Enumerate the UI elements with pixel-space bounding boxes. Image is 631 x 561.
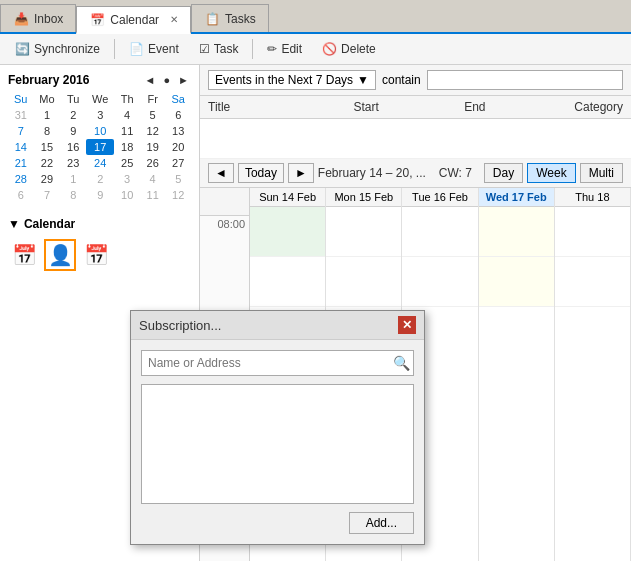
edit-button[interactable]: ✏ Edit [258,38,311,60]
day-header-thu: Thu 18 [555,188,630,207]
mini-cal-day[interactable]: 27 [165,155,191,171]
mini-cal-day[interactable]: 21 [8,155,34,171]
mini-cal-day[interactable]: 10 [86,123,114,139]
mini-cal-day[interactable]: 19 [140,139,166,155]
mini-cal-day[interactable]: 4 [140,171,166,187]
tab-calendar-label: Calendar [110,13,159,27]
filter-bar: Events in the Next 7 Days ▼ contain [200,65,631,96]
mini-cal-day[interactable]: 11 [114,123,140,139]
filter-dropdown-arrow: ▼ [357,73,369,87]
calendar-section-header[interactable]: ▼ Calendar [8,215,191,233]
tab-calendar-close[interactable]: ✕ [170,14,178,25]
mini-cal-day[interactable]: 9 [60,123,86,139]
view-multi-btn[interactable]: Multi [580,163,623,183]
dialog-result-area [141,384,414,504]
mini-cal-day[interactable]: 10 [114,187,140,203]
mini-cal-day[interactable]: 15 [34,139,61,155]
day-cell-thu-0800[interactable] [555,207,630,257]
mini-cal-day[interactable]: 7 [34,187,61,203]
day-cell-tue-1[interactable] [402,257,477,307]
mini-cal-next[interactable]: ► [176,74,191,86]
subscription-dialog[interactable]: Subscription... ✕ 🔍 Add... [130,310,425,545]
mini-cal-day[interactable]: 3 [114,171,140,187]
calendar-section: ▼ Calendar 📅 👤 📅 [8,215,191,271]
mini-cal-day[interactable]: 4 [114,107,140,123]
mini-cal-day[interactable]: 23 [60,155,86,171]
mini-cal-day[interactable]: 31 [8,107,34,123]
sync-button[interactable]: 🔄 Synchronize [6,38,109,60]
dialog-search-input[interactable] [142,352,389,374]
filter-dropdown[interactable]: Events in the Next 7 Days ▼ [208,70,376,90]
mini-cal-grid: Su Mo Tu We Th Fr Sa 3112345678910111213… [8,91,191,203]
mini-cal-day[interactable]: 20 [165,139,191,155]
time-label-0800: 08:00 [200,216,249,266]
dialog-add-button[interactable]: Add... [349,512,414,534]
dialog-close-button[interactable]: ✕ [398,316,416,334]
mini-cal-day[interactable]: 8 [60,187,86,203]
mini-cal-day[interactable]: 13 [165,123,191,139]
event-table-container: Title Start End Category [200,96,631,159]
day-cell-sun-1[interactable] [250,257,325,307]
mini-cal-day[interactable]: 22 [34,155,61,171]
cal-next-btn[interactable]: ► [288,163,314,183]
task-icon: ☑ [199,42,210,56]
search-icon: 🔍 [393,355,410,371]
tab-inbox[interactable]: 📥 Inbox [0,4,76,32]
mini-cal-day[interactable]: 9 [86,187,114,203]
mini-cal-day[interactable]: 3 [86,107,114,123]
mini-cal-day[interactable]: 12 [140,123,166,139]
day-header-wed: Wed 17 Feb [479,188,554,207]
mini-cal-day[interactable]: 11 [140,187,166,203]
tab-tasks[interactable]: 📋 Tasks [191,4,269,32]
mini-cal-day[interactable]: 5 [165,171,191,187]
mini-cal-day[interactable]: 2 [60,107,86,123]
mini-cal-day[interactable]: 6 [8,187,34,203]
day-cell-thu-1[interactable] [555,257,630,307]
cal-icon-btn-3[interactable]: 📅 [80,239,112,271]
view-week-btn[interactable]: Week [527,163,575,183]
mini-cal-day[interactable]: 25 [114,155,140,171]
mini-cal-day[interactable]: 2 [86,171,114,187]
tab-inbox-label: Inbox [34,12,63,26]
cal-icon-btn-1[interactable]: 📅 [8,239,40,271]
filter-contain-label: contain [382,73,421,87]
mini-cal-day[interactable]: 17 [86,139,114,155]
day-cell-wed-1[interactable] [479,257,554,307]
dialog-footer: Add... [141,512,414,534]
day-cell-mon-0800[interactable] [326,207,401,257]
sync-icon: 🔄 [15,42,30,56]
day-cell-mon-1[interactable] [326,257,401,307]
edit-icon: ✏ [267,42,277,56]
mini-cal-day[interactable]: 7 [8,123,34,139]
view-day-btn[interactable]: Day [484,163,523,183]
mini-cal-day[interactable]: 14 [8,139,34,155]
mini-cal-day[interactable]: 29 [34,171,61,187]
tab-calendar[interactable]: 📅 Calendar ✕ [76,6,191,34]
mini-cal-day[interactable]: 5 [140,107,166,123]
event-button[interactable]: 📄 Event [120,38,188,60]
mini-cal-day[interactable]: 26 [140,155,166,171]
day-cell-tue-0800[interactable] [402,207,477,257]
mini-cal-day[interactable]: 8 [34,123,61,139]
mini-cal-day[interactable]: 28 [8,171,34,187]
mini-cal-today-dot[interactable]: ● [161,74,172,86]
dialog-search-button[interactable]: 🔍 [389,351,413,375]
filter-search-input[interactable] [427,70,623,90]
cal-icon-1: 📅 [12,243,37,267]
mini-cal-day[interactable]: 24 [86,155,114,171]
cal-prev-btn[interactable]: ◄ [208,163,234,183]
day-cell-sun-0800[interactable] [250,207,325,257]
mini-cal-day[interactable]: 1 [34,107,61,123]
task-button[interactable]: ☑ Task [190,38,248,60]
cal-icon-btn-2[interactable]: 👤 [44,239,76,271]
mini-cal-day[interactable]: 6 [165,107,191,123]
mini-cal-day[interactable]: 16 [60,139,86,155]
mini-cal-prev[interactable]: ◄ [143,74,158,86]
delete-button[interactable]: 🚫 Delete [313,38,385,60]
cal-today-btn[interactable]: Today [238,163,284,183]
mini-cal-day[interactable]: 18 [114,139,140,155]
mini-cal-day[interactable]: 12 [165,187,191,203]
cal-nav-bar: ◄ Today ► February 14 – 20, ... CW: 7 Da… [200,159,631,188]
mini-cal-day[interactable]: 1 [60,171,86,187]
day-cell-wed-0800[interactable] [479,207,554,257]
